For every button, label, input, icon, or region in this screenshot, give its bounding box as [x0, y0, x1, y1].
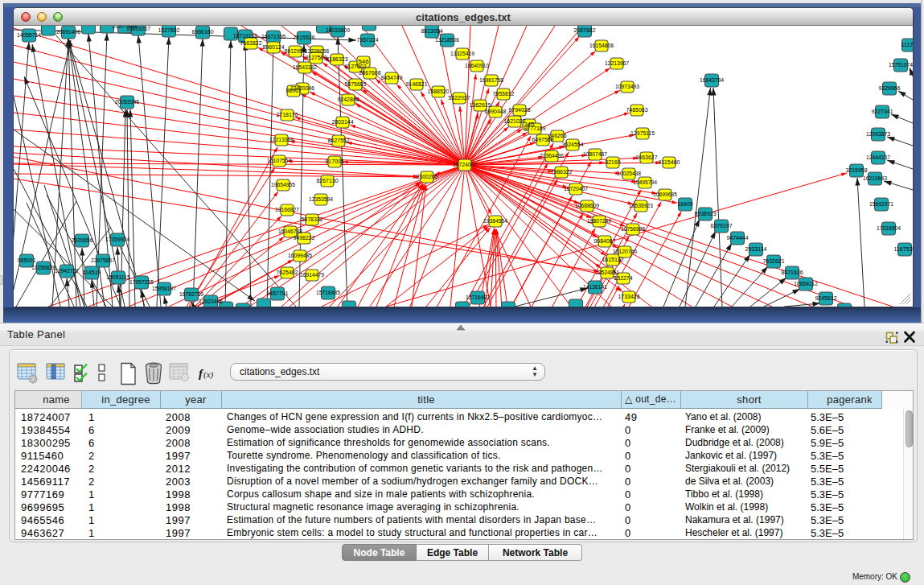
svg-text:16120746: 16120746	[613, 249, 637, 254]
svg-text:1167535: 1167535	[894, 246, 914, 252]
svg-text:20691406: 20691406	[56, 29, 80, 35]
svg-text:1615132: 1615132	[602, 257, 624, 262]
svg-text:17957255: 17957255	[129, 279, 154, 285]
svg-text:9115460: 9115460	[659, 159, 680, 165]
svg-text:2718176: 2718176	[277, 112, 298, 117]
svg-text:15716482: 15716482	[466, 295, 490, 300]
svg-text:8454749: 8454749	[381, 75, 403, 80]
svg-text:3215958: 3215958	[846, 167, 868, 173]
svg-text:9777169: 9777169	[524, 126, 546, 131]
svg-text:6497568: 6497568	[532, 137, 554, 142]
svg-text:9474444: 9474444	[727, 235, 749, 241]
svg-text:9127503: 9127503	[306, 55, 327, 60]
svg-text:7625402: 7625402	[277, 270, 298, 275]
svg-text:2933114: 2933114	[745, 246, 767, 252]
svg-text:10653267: 10653267	[126, 26, 150, 31]
svg-text:16154808: 16154808	[589, 43, 614, 48]
svg-text:6990448: 6990448	[485, 109, 507, 114]
svg-text:5875685: 5875685	[345, 81, 367, 87]
svg-text:15958107: 15958107	[152, 286, 176, 291]
svg-text:2300205: 2300205	[417, 174, 438, 179]
svg-text:18536923: 18536923	[629, 203, 653, 208]
svg-text:2803144: 2803144	[332, 119, 354, 125]
svg-text:17016504: 17016504	[877, 225, 901, 231]
svg-text:9227341: 9227341	[872, 109, 893, 114]
svg-text:9329966: 9329966	[879, 85, 901, 91]
svg-text:12923446: 12923446	[199, 299, 223, 304]
svg-text:1362615: 1362615	[470, 102, 491, 108]
svg-text:10973493: 10973493	[615, 84, 639, 89]
svg-text:12093873: 12093873	[866, 131, 890, 137]
svg-text:7485063: 7485063	[626, 107, 648, 113]
svg-text:7955812: 7955812	[493, 91, 515, 97]
svg-text:8938923: 8938923	[695, 211, 717, 216]
svg-text:15720407: 15720407	[564, 186, 588, 192]
svg-text:11173: 11173	[901, 42, 914, 47]
svg-text:9245612: 9245612	[815, 295, 837, 301]
svg-text:23975867: 23975867	[91, 257, 115, 263]
svg-text:12213967: 12213967	[605, 60, 629, 66]
svg-text:14055714: 14055714	[17, 32, 41, 38]
svg-text:16033809: 16033809	[326, 27, 350, 33]
svg-text:14136141: 14136141	[583, 284, 607, 290]
svg-text:10807487: 10807487	[583, 151, 607, 157]
svg-text:(x): (x)	[203, 369, 214, 380]
svg-text:2087682: 2087682	[574, 27, 596, 33]
svg-text:2867608: 2867608	[359, 70, 381, 76]
svg-text:12975115: 12975115	[630, 130, 655, 136]
svg-text:16046788: 16046788	[278, 229, 302, 234]
svg-text:12444157: 12444157	[866, 154, 890, 160]
svg-text:19166827: 19166827	[275, 207, 299, 212]
svg-text:16961758: 16961758	[479, 77, 503, 83]
svg-text:8186323: 8186323	[326, 56, 348, 62]
svg-text:10688609: 10688609	[575, 203, 599, 208]
svg-text:2020656: 2020656	[72, 237, 93, 243]
svg-text:12942757: 12942757	[55, 268, 79, 274]
svg-text:8267130: 8267130	[317, 178, 339, 183]
svg-text:9146821: 9146821	[406, 81, 428, 87]
svg-text:15692971: 15692971	[869, 201, 893, 207]
svg-text:985001: 985001	[18, 257, 36, 263]
svg-text:10699695: 10699695	[653, 192, 677, 197]
svg-text:18807249: 18807249	[587, 218, 611, 224]
svg-text:3624554: 3624554	[562, 142, 584, 147]
svg-text:16210643: 16210643	[863, 175, 887, 181]
svg-text:18724007: 18724007	[453, 162, 477, 167]
svg-text:8960124: 8960124	[263, 44, 285, 50]
svg-text:9457791: 9457791	[267, 290, 289, 296]
svg-text:10719155: 10719155	[233, 33, 257, 39]
svg-text:18640910: 18640910	[465, 63, 489, 68]
svg-text:6794028: 6794028	[509, 107, 531, 113]
svg-text:62160: 62160	[606, 159, 621, 165]
svg-text:917005: 917005	[326, 159, 344, 164]
svg-text:15495794: 15495794	[633, 179, 657, 185]
svg-text:7515526: 7515526	[294, 35, 315, 40]
svg-text:6379197: 6379197	[711, 223, 733, 229]
svg-text:16543382: 16543382	[293, 64, 317, 70]
svg-text:11356829: 11356829	[31, 265, 55, 270]
svg-text:16643794: 16643794	[700, 77, 724, 83]
svg-text:8427552: 8427552	[328, 138, 350, 143]
svg-text:8813054: 8813054	[421, 28, 443, 34]
svg-text:7357224: 7357224	[357, 37, 379, 43]
svg-text:7632621: 7632621	[763, 258, 785, 264]
svg-text:98961: 98961	[286, 88, 302, 93]
svg-text:16409: 16409	[678, 201, 693, 207]
svg-text:1588520: 1588520	[428, 89, 450, 94]
svg-text:15716485: 15716485	[316, 290, 340, 295]
svg-text:19654955: 19654955	[271, 182, 295, 187]
svg-text:15751074: 15751074	[889, 62, 913, 68]
svg-text:7663822: 7663822	[240, 40, 262, 46]
svg-text:16099485: 16099485	[288, 253, 312, 258]
svg-text:1527602: 1527602	[158, 27, 180, 33]
svg-text:13218506: 13218506	[435, 37, 459, 43]
svg-text:10756928: 10756928	[621, 226, 645, 232]
svg-text:16107554: 16107554	[267, 158, 291, 163]
svg-text:9463627: 9463627	[636, 154, 658, 160]
svg-text:1621022: 1621022	[504, 118, 526, 124]
svg-text:16914479: 16914479	[300, 272, 324, 278]
svg-text:9242848: 9242848	[338, 97, 359, 102]
svg-text:10654112: 10654112	[794, 281, 818, 286]
svg-text:12353594: 12353594	[309, 196, 333, 202]
svg-text:17359924: 17359924	[105, 237, 129, 242]
